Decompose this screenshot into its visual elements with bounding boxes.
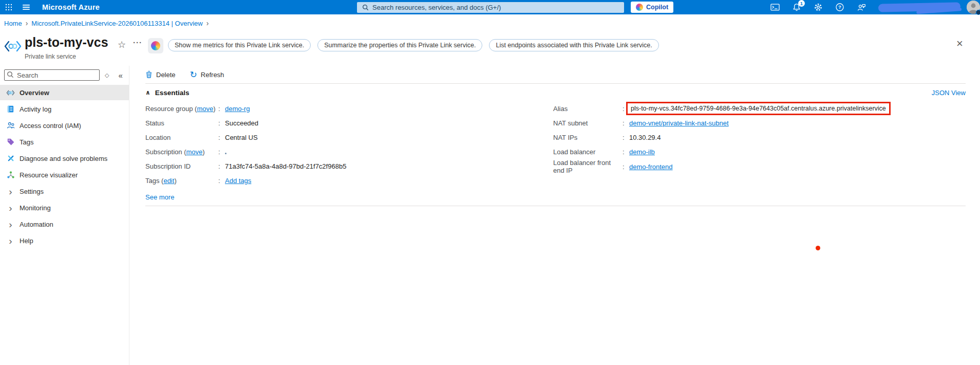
trash-icon	[145, 70, 153, 79]
collapse-essentials-icon[interactable]: ∧	[145, 89, 150, 96]
lb-frontend-link[interactable]: demo-frontend	[629, 163, 673, 171]
breadcrumb-resource-link[interactable]: Microsoft.PrivateLinkService-20260106113…	[31, 20, 202, 27]
avatar[interactable]	[967, 1, 980, 14]
resource-group-link[interactable]: demo-rg	[225, 105, 250, 113]
essentials-row-status: Status Succeeded	[145, 116, 553, 130]
delete-button[interactable]: Delete	[145, 70, 176, 79]
copilot-chip-summarize[interactable]: Summarize the properties of this Private…	[317, 39, 482, 51]
sidebar-item-label: Resource visualizer	[20, 171, 78, 179]
location-value: Central US	[225, 134, 258, 141]
overview-icon	[6, 88, 15, 97]
notification-count-badge: 1	[798, 0, 805, 7]
nat-ips-value: 10.30.29.4	[629, 134, 661, 141]
command-bar: Delete ↻ Refresh	[145, 66, 966, 83]
notifications-bell-icon[interactable]: 1	[792, 3, 801, 12]
essentials-row-load-balancer: Load balancer demo-ilb	[553, 144, 966, 159]
essentials-bottom-divider	[145, 206, 966, 206]
sidebar-group-automation[interactable]: › Automation	[0, 216, 129, 232]
global-search-bar[interactable]	[357, 2, 624, 13]
chevron-right-icon: ›	[6, 220, 15, 229]
nat-subnet-link[interactable]: demo-vnet/private-link-nat-subnet	[629, 119, 729, 127]
breadcrumb: Home › Microsoft.PrivateLinkService-2026…	[4, 19, 209, 27]
search-icon	[7, 71, 14, 78]
global-search-input[interactable]	[372, 4, 624, 11]
essentials-row-alias: Alias pls-to-my-vcs.34fc78ed-9759-4686-9…	[553, 101, 966, 116]
sidebar-item-label: Help	[20, 237, 33, 245]
cloud-shell-icon[interactable]	[770, 3, 780, 12]
copilot-icon	[151, 41, 160, 50]
sidebar-group-help[interactable]: › Help	[0, 233, 129, 248]
sidebar-search-input[interactable]	[4, 69, 100, 81]
app-launcher-icon[interactable]	[0, 0, 17, 14]
essentials-row-subscription-id: Subscription ID 71a3fc74-5a8a-4a8d-97bd-…	[145, 159, 553, 173]
essentials-row-resource-group: Resource group (move) demo-rg	[145, 101, 553, 116]
copilot-chip-metrics[interactable]: Show me metrics for this Private Link se…	[168, 39, 311, 51]
essentials-row-lb-frontend-ip: Load balancer front end IP demo-frontend	[553, 159, 966, 174]
chevron-right-icon: ›	[6, 236, 15, 245]
sort-icon[interactable]: ◇	[105, 72, 109, 79]
breadcrumb-home-link[interactable]: Home	[4, 20, 22, 27]
sidebar-item-label: Diagnose and solve problems	[20, 155, 107, 162]
collapse-menu-icon[interactable]: «	[118, 71, 122, 80]
see-more-link[interactable]: See more	[145, 193, 174, 201]
breadcrumb-separator-icon: ›	[206, 19, 209, 27]
private-link-service-icon	[4, 39, 22, 55]
resource-type-subtitle: Private link service	[25, 53, 76, 60]
alias-value-highlighted: pls-to-my-vcs.34fc78ed-9759-4686-9e3a-94…	[626, 102, 891, 115]
sidebar-item-tags[interactable]: Tags	[0, 134, 129, 150]
azure-portal-page: Microsoft Azure Copilot	[0, 0, 980, 365]
essentials-row-tags: Tags (edit) Add tags	[145, 173, 553, 188]
edit-tags-link[interactable]: edit	[163, 177, 174, 185]
essentials-grid: Resource group (move) demo-rg Status Suc…	[145, 101, 966, 201]
move-link[interactable]: move	[186, 148, 202, 156]
copilot-suggestions-button[interactable]	[148, 38, 163, 53]
sidebar-item-label: Activity log	[20, 105, 51, 113]
brand-title: Microsoft Azure	[42, 3, 100, 11]
subscription-id-value: 71a3fc74-5a8a-4a8d-97bd-21f7c2f968b5	[225, 162, 346, 170]
favorite-star-icon[interactable]: ☆	[118, 39, 126, 50]
sidebar-item-diagnose[interactable]: Diagnose and solve problems	[0, 151, 129, 166]
subscription-value-dot	[225, 153, 227, 154]
sidebar-item-label: Overview	[20, 89, 49, 97]
sidebar-item-label: Monitoring	[20, 204, 51, 212]
copilot-button[interactable]: Copilot	[631, 2, 673, 13]
sidebar-item-activity-log[interactable]: Activity log	[0, 101, 129, 117]
search-icon	[362, 4, 369, 11]
resource-visualizer-icon	[6, 171, 15, 179]
add-tags-link[interactable]: Add tags	[225, 177, 251, 185]
breadcrumb-separator-icon: ›	[26, 19, 28, 27]
move-link[interactable]: move	[197, 105, 213, 113]
feedback-icon[interactable]	[857, 3, 866, 12]
sidebar-item-overview[interactable]: Overview	[0, 85, 129, 100]
page-title: pls-to-my-vcs	[25, 35, 108, 50]
settings-gear-icon[interactable]	[814, 3, 823, 12]
sidebar-item-access-control[interactable]: Access control (IAM)	[0, 118, 129, 133]
hamburger-menu-icon[interactable]	[17, 0, 35, 14]
sidebar-group-settings[interactable]: › Settings	[0, 184, 129, 199]
diagnose-and-solve-icon	[6, 154, 15, 163]
activity-log-icon	[6, 105, 15, 114]
sidebar-item-label: Tags	[20, 138, 33, 146]
sidebar-item-resource-visualizer[interactable]: Resource visualizer	[0, 167, 129, 182]
status-value: Succeeded	[225, 119, 258, 127]
help-icon[interactable]: ?	[835, 3, 844, 12]
load-balancer-link[interactable]: demo-ilb	[629, 148, 655, 156]
access-control-icon	[6, 121, 15, 130]
copilot-suggestion-chips: Show me metrics for this Private Link se…	[168, 39, 659, 51]
refresh-button[interactable]: ↻ Refresh	[190, 70, 224, 79]
essentials-row-location: Location Central US	[145, 130, 553, 144]
svg-text:?: ?	[838, 4, 841, 10]
essentials-heading: Essentials	[155, 89, 190, 97]
json-view-link[interactable]: JSON View	[932, 89, 966, 97]
refresh-icon: ↻	[190, 70, 197, 79]
sidebar-group-monitoring[interactable]: › Monitoring	[0, 200, 129, 215]
redacted-account-info	[878, 2, 960, 12]
more-options-icon[interactable]: ···	[133, 38, 142, 47]
copilot-chip-endpoints[interactable]: List endpoints associated with this Priv…	[489, 39, 658, 51]
essentials-row-subscription: Subscription (move)	[145, 144, 553, 159]
close-blade-icon[interactable]: ×	[956, 38, 963, 49]
chevron-right-icon: ›	[6, 187, 15, 196]
essentials-row-nat-subnet: NAT subnet demo-vnet/private-link-nat-su…	[553, 116, 966, 130]
sidebar-item-label: Settings	[20, 188, 44, 195]
lock-badge-icon	[976, 10, 980, 15]
